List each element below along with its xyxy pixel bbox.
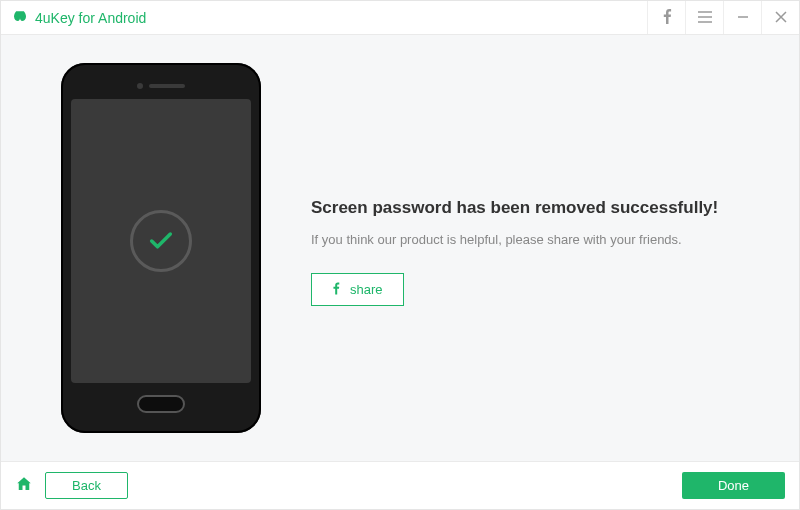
success-check-icon (130, 210, 192, 272)
phone-home-button-icon (137, 395, 185, 413)
done-button[interactable]: Done (682, 472, 785, 499)
facebook-icon (662, 8, 672, 28)
home-button[interactable] (15, 475, 33, 497)
phone-sensor-icon (137, 83, 143, 89)
success-subtext: If you think our product is helpful, ple… (311, 232, 739, 247)
phone-illustration (61, 63, 261, 433)
minimize-icon (737, 9, 749, 27)
back-button-label: Back (72, 478, 101, 493)
message-panel: Screen password has been removed success… (311, 190, 739, 306)
menu-button[interactable] (685, 1, 723, 34)
app-window: 4uKey for Android (0, 0, 800, 510)
phone-speaker-icon (149, 84, 185, 88)
close-button[interactable] (761, 1, 799, 34)
titlebar: 4uKey for Android (1, 1, 799, 35)
brand: 4uKey for Android (11, 9, 146, 27)
phone-home-area (137, 389, 185, 419)
app-logo-icon (11, 9, 29, 27)
menu-icon (698, 9, 712, 27)
back-button[interactable]: Back (45, 472, 128, 499)
phone-frame (61, 63, 261, 433)
minimize-button[interactable] (723, 1, 761, 34)
home-icon (15, 475, 33, 497)
done-button-label: Done (718, 478, 749, 493)
close-icon (775, 9, 787, 27)
success-heading: Screen password has been removed success… (311, 198, 739, 218)
share-button-label: share (350, 282, 383, 297)
app-title: 4uKey for Android (35, 10, 146, 26)
facebook-button[interactable] (647, 1, 685, 34)
phone-screen (71, 99, 251, 383)
content-area: Screen password has been removed success… (1, 35, 799, 461)
footer: Back Done (1, 461, 799, 509)
share-button[interactable]: share (311, 273, 404, 306)
phone-top (137, 73, 185, 99)
facebook-icon (332, 281, 340, 298)
titlebar-buttons (647, 1, 799, 34)
